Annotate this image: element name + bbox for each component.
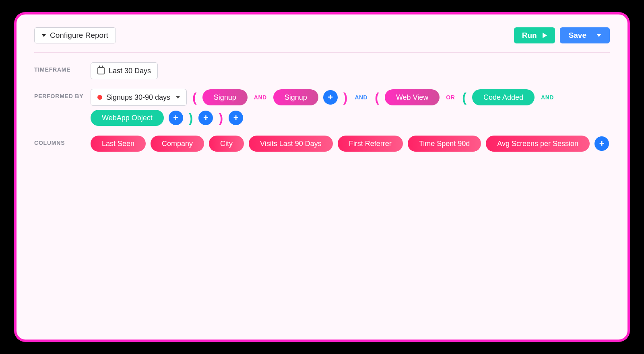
play-icon [543,33,547,38]
save-label: Save [569,31,586,40]
segment-dot-icon [97,95,102,100]
event-pill-signup-1[interactable]: Signup [202,89,248,105]
report-builder-panel: Configure Report Run Save TIMEFRAME Last… [14,12,630,342]
column-pill[interactable]: Company [151,136,204,152]
segment-select[interactable]: Signups 30-90 days [91,89,187,106]
event-pill-code-added[interactable]: Code Added [472,89,535,105]
logic-and: AND [353,94,369,101]
timeframe-select[interactable]: Last 30 Days [91,62,158,79]
paren-open-icon: ( [192,91,198,104]
column-pill[interactable]: Visits Last 90 Days [249,136,333,152]
event-pill-signup-2[interactable]: Signup [273,89,318,105]
paren-close-icon: ) [218,111,224,124]
configure-report-label: Configure Report [50,31,108,40]
timeframe-section-label: TIMEFRAME [34,62,91,73]
add-group-button[interactable]: + [229,111,243,125]
run-button[interactable]: Run [514,27,555,43]
performed-by-row: PERFORMED BY Signups 30-90 days ( Signup… [34,89,610,126]
column-pill[interactable]: Last Seen [91,136,146,152]
toolbar-right: Run Save [514,27,610,43]
columns-content: Last Seen Company City Visits Last 90 Da… [91,136,610,152]
columns-row: COLUMNS Last Seen Company City Visits La… [34,136,610,152]
paren-open-icon: ( [461,91,467,104]
timeframe-content: Last 30 Days [91,62,610,79]
logic-and: AND [252,94,268,101]
toolbar-left: Configure Report [34,27,116,43]
timeframe-value: Last 30 Days [109,67,151,75]
logic-and: AND [539,94,555,101]
calendar-icon [97,67,105,74]
performed-by-content: Signups 30-90 days ( Signup AND Signup +… [91,89,610,126]
run-label: Run [522,31,537,40]
add-event-button[interactable]: + [323,90,338,105]
add-column-button[interactable]: + [594,136,609,151]
toolbar: Configure Report Run Save [34,26,610,45]
columns-section-label: COLUMNS [34,136,91,146]
caret-down-icon [176,96,180,99]
caret-down-icon [42,34,46,37]
caret-down-icon [597,34,601,37]
paren-close-icon: ) [343,91,349,104]
add-event-button[interactable]: + [169,111,183,125]
paren-open-icon: ( [374,91,380,104]
event-pill-web-view[interactable]: Web View [385,89,440,105]
paren-close-icon: ) [188,111,194,124]
logic-or: OR [444,94,456,101]
event-pill-webapp-object[interactable]: WebApp Object [91,110,164,126]
segment-value: Signups 30-90 days [106,93,170,102]
configure-report-button[interactable]: Configure Report [34,27,116,43]
column-pill[interactable]: First Referrer [338,136,403,152]
performed-by-section-label: PERFORMED BY [34,89,91,99]
column-pill[interactable]: Avg Screens per Session [486,136,590,152]
column-pill[interactable]: City [209,136,244,152]
column-pill[interactable]: Time Spent 90d [408,136,481,152]
save-button[interactable]: Save [560,27,610,43]
toolbar-divider [34,52,610,53]
add-event-button[interactable]: + [198,111,213,125]
timeframe-row: TIMEFRAME Last 30 Days [34,62,610,79]
